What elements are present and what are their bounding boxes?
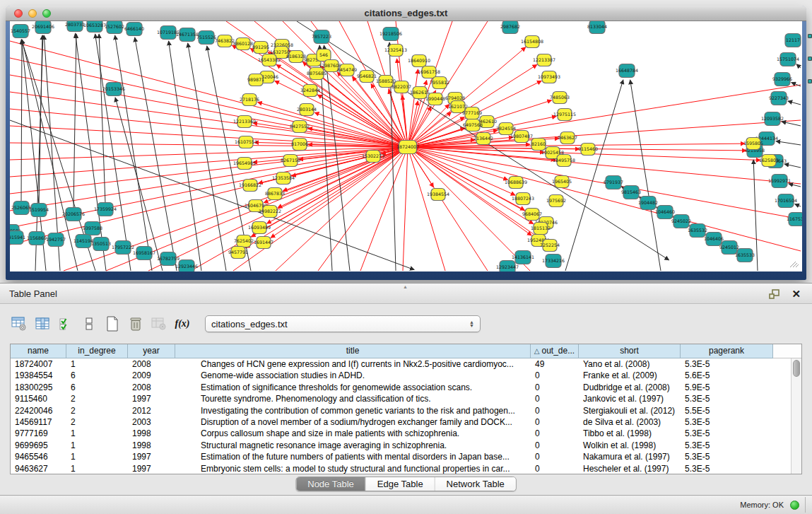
graph-node[interactable]: 7485063 <box>550 92 570 104</box>
graph-node[interactable]: 8454749 <box>337 64 357 76</box>
graph-node[interactable]: 1595805 <box>743 138 763 150</box>
table-cell[interactable]: Stergiakouli et al. (2012) <box>579 405 681 416</box>
graph-node[interactable]: 20153346 <box>102 83 125 96</box>
tab-edge-table[interactable]: Edge Table <box>366 477 435 491</box>
black-edge[interactable] <box>10 120 414 270</box>
table-cell[interactable]: 0 <box>531 451 579 462</box>
table-cell[interactable]: Structural magnetic resonance image aver… <box>175 440 531 451</box>
black-edge[interactable] <box>169 41 201 271</box>
table-row[interactable]: 946362711997Embryonic stem cells: a mode… <box>11 463 791 474</box>
graph-node[interactable]: 1156869 <box>27 232 47 245</box>
graph-node[interactable]: 989871 <box>247 74 264 86</box>
table-cell[interactable]: Estimation of the future numbers of pati… <box>175 451 531 462</box>
table-cell[interactable]: 5.3E-5 <box>681 428 773 439</box>
graph-node[interactable]: 10688639 <box>505 177 527 189</box>
table-cell[interactable]: 2008 <box>128 358 175 370</box>
panel-splitter-handle[interactable]: ▲ <box>403 284 408 289</box>
table-cell[interactable]: 5.3E-5 <box>681 440 773 451</box>
graph-node[interactable]: 7955812 <box>430 77 449 89</box>
show-columns-button[interactable] <box>32 314 53 334</box>
table-row[interactable]: 1938455462009Genome-wide association stu… <box>11 370 791 381</box>
graph-node[interactable]: 8133044 <box>587 21 607 34</box>
graph-node[interactable]: 1904482 <box>638 197 658 210</box>
create-column-button[interactable] <box>102 314 123 334</box>
black-edge[interactable] <box>21 40 22 202</box>
black-edge[interactable] <box>784 164 801 168</box>
table-cell[interactable]: 9115460 <box>11 393 66 404</box>
memory-status-indicator[interactable] <box>790 501 799 510</box>
graph-node[interactable]: 1145194 <box>73 235 93 248</box>
table-cell[interactable]: Yano et al. (2008) <box>579 358 681 370</box>
red-edge[interactable] <box>10 92 408 147</box>
table-cell[interactable]: Dudbridge et al. (2008) <box>579 382 681 393</box>
table-cell[interactable]: 18300295 <box>11 382 66 393</box>
table-cell[interactable]: 0 <box>531 370 579 381</box>
table-cell[interactable]: 0 <box>531 382 579 393</box>
graph-node[interactable]: 8267150 <box>281 155 300 167</box>
graph-node[interactable]: 16648784 <box>616 64 638 78</box>
red-edge[interactable] <box>408 147 530 271</box>
red-edge[interactable] <box>408 147 801 184</box>
graph-node[interactable]: 1046460 <box>655 206 675 219</box>
graph-node[interactable]: 17334216 <box>542 255 565 268</box>
graph-node[interactable]: 1527602 <box>105 21 124 34</box>
table-cell[interactable]: 9777169 <box>11 428 66 439</box>
graph-node[interactable]: 3915941 <box>10 231 25 245</box>
table-cell[interactable]: 6 <box>66 370 128 381</box>
table-cell[interactable]: 2 <box>66 393 128 404</box>
graph-node[interactable]: 891295 <box>252 42 269 54</box>
table-cell[interactable]: Nakamura et al. (1997) <box>579 451 681 462</box>
black-edge[interactable] <box>782 122 801 126</box>
black-edge[interactable] <box>188 43 226 271</box>
table-cell[interactable]: 0 <box>531 463 579 474</box>
black-edge[interactable] <box>135 37 177 271</box>
table-cell[interactable]: de Silva et al. (2003) <box>579 416 681 428</box>
table-cell[interactable]: 19384554 <box>11 370 66 381</box>
graph-node[interactable]: 2803731 <box>65 21 85 32</box>
table-cell[interactable]: 1 <box>66 463 128 474</box>
graph-node[interactable]: 19218506 <box>379 28 402 41</box>
graph-node[interactable]: 9463627 <box>558 132 577 144</box>
graph-node[interactable]: 7625402 <box>234 235 254 247</box>
graph-node[interactable]: 9245022 <box>671 215 691 228</box>
table-mode-button[interactable] <box>8 314 30 334</box>
graph-node[interactable]: 1625803 <box>759 155 779 167</box>
table-cell[interactable]: 2009 <box>128 370 175 381</box>
tab-network-table[interactable]: Network Table <box>435 477 516 491</box>
table-cell[interactable]: 18724007 <box>11 358 66 370</box>
graph-node[interactable]: 18807243 <box>512 193 534 205</box>
table-cell[interactable]: 9463627 <box>11 463 66 474</box>
table-cell[interactable]: Jankovic et al. (1997) <box>579 393 681 404</box>
table-cell[interactable]: 2003 <box>128 416 175 428</box>
network-canvas[interactable]: 1540557206914062803731106532871527602646… <box>10 21 802 271</box>
table-cell[interactable]: 1997 <box>128 451 175 462</box>
graph-node[interactable]: 7252254 <box>540 240 560 252</box>
table-row[interactable]: 946554611997Estimation of the future num… <box>11 451 791 462</box>
table-cell[interactable]: Genome-wide association studies in ADHD. <box>175 370 531 381</box>
graph-node[interactable]: 9815463 <box>621 186 641 199</box>
black-edge[interactable] <box>788 101 801 105</box>
table-cell[interactable]: 1 <box>66 428 128 439</box>
graph-node[interactable]: 20691406 <box>32 21 54 34</box>
column-header-title[interactable]: title <box>175 344 531 358</box>
table-cell[interactable]: Estimation of significance thresholds fo… <box>175 382 531 393</box>
table-cell[interactable]: 9465546 <box>11 451 66 462</box>
column-header-pagerank[interactable]: pagerank <box>681 344 773 358</box>
table-cell[interactable]: 1 <box>66 440 128 451</box>
table-cell[interactable]: Disruption of a novel member of a sodium… <box>175 416 531 428</box>
table-cell[interactable]: 5.3E-5 <box>681 416 773 428</box>
table-cell[interactable]: 2008 <box>128 382 175 393</box>
graph-node[interactable]: 12117 <box>785 34 801 47</box>
graph-node[interactable]: 12213387 <box>533 54 555 66</box>
table-cell[interactable]: Franke et al. (2009) <box>579 370 681 381</box>
graph-node[interactable]: 8427552 <box>290 121 310 133</box>
graph-node[interactable]: 9397588 <box>83 222 102 235</box>
graph-node[interactable]: 7857223 <box>312 30 331 44</box>
table-cell[interactable]: 14569117 <box>11 416 66 428</box>
graph-node[interactable]: 1635533 <box>735 249 755 262</box>
graph-node[interactable]: 817006 <box>291 139 308 151</box>
black-edge[interactable] <box>73 34 76 209</box>
close-panel-icon[interactable]: ✕ <box>792 287 801 301</box>
graph-node[interactable]: 1942757 <box>46 233 66 247</box>
table-row[interactable]: 1456911722003Disruption of a novel membe… <box>11 416 791 428</box>
